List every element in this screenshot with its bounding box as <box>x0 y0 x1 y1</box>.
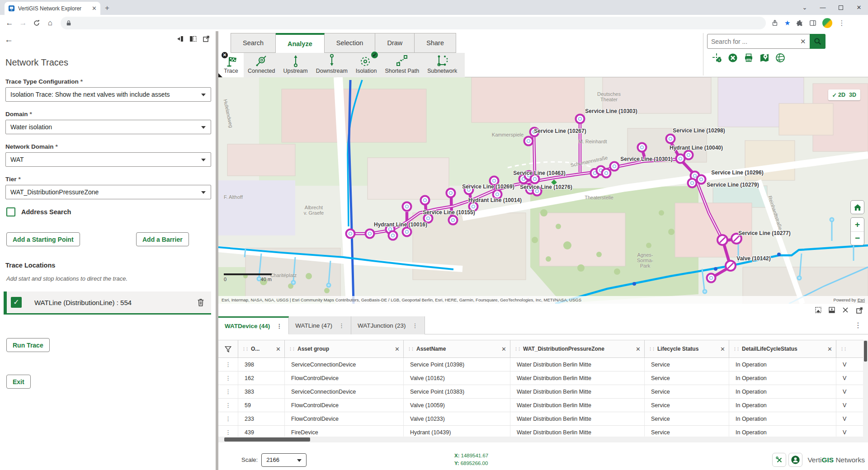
horizontal-scrollbar[interactable] <box>218 437 868 442</box>
view-2d-3d-toggle[interactable]: ✓ 2D 3D <box>828 89 860 100</box>
table-row[interactable]: ⋮439FireDeviceHydrant (10439)Water Distr… <box>218 426 868 437</box>
tab-draw[interactable]: Draw <box>375 33 415 53</box>
tab-selection[interactable]: Selection <box>325 33 376 53</box>
row-menu-icon[interactable]: ⋮ <box>218 412 238 425</box>
row-menu-icon[interactable]: ⋮ <box>218 399 238 412</box>
tier-select[interactable]: WAT_DistributionPressureZone <box>5 185 211 199</box>
bookmark-star-icon[interactable]: ★ <box>784 19 790 27</box>
browser-menu-icon[interactable]: ⋮ <box>838 19 845 27</box>
search-button[interactable] <box>810 34 826 49</box>
tool-isolation[interactable]: ✓Isolation <box>352 53 381 77</box>
tab-analyze[interactable]: Analyze <box>276 33 325 53</box>
search-input[interactable] <box>708 38 797 45</box>
tool-upstream[interactable]: Upstream <box>279 53 311 77</box>
results-tab-watjunction[interactable]: WATJunction (23)⋮ <box>351 316 425 334</box>
remove-column-icon[interactable]: ✕ <box>720 346 725 352</box>
add-barrier-button[interactable]: Add a Barrier <box>136 232 189 246</box>
item-checkbox[interactable]: ✓ <box>11 297 22 308</box>
table-row[interactable]: ⋮59FlowControlDeviceValve (10059)Water D… <box>218 399 868 412</box>
tab-close-icon[interactable]: ✕ <box>92 5 97 11</box>
maximize-button[interactable] <box>832 0 850 15</box>
map-view[interactable]: Service Line (10303)Service Line (10267)… <box>218 77 868 304</box>
column-header[interactable]: ⋮⋮WAT_DistributionPressureZone✕ <box>510 340 645 357</box>
tool-downstream[interactable]: Downstream <box>312 53 352 77</box>
column-header[interactable]: ⋮⋮DetailLifeCycleStatus✕ <box>729 340 836 357</box>
account-button[interactable] <box>788 453 802 467</box>
tab-search-icon[interactable]: ⌄ <box>796 0 814 15</box>
bookmark-icon[interactable] <box>760 53 769 63</box>
results-panel-menu-icon[interactable]: ⋮ <box>854 316 868 334</box>
table-row[interactable]: ⋮398ServiceConnectionDeviceService Point… <box>218 358 868 371</box>
search-clear-icon[interactable]: ✕ <box>797 38 810 46</box>
row-menu-icon[interactable]: ⋮ <box>218 385 238 398</box>
browser-tab[interactable]: VertiGIS Network Explorer ✕ <box>5 2 100 15</box>
tool-subnetwork[interactable]: Subnetwork <box>423 53 461 77</box>
remove-column-icon[interactable]: ✕ <box>636 346 641 352</box>
share-icon[interactable] <box>771 19 778 27</box>
filter-icon[interactable] <box>218 340 238 357</box>
remove-column-icon[interactable]: ✕ <box>501 346 506 352</box>
tab-menu-icon[interactable]: ⋮ <box>412 322 418 329</box>
tab-menu-icon[interactable]: ⋮ <box>339 322 344 329</box>
view-2d[interactable]: 2D <box>838 92 845 98</box>
tab-search[interactable]: Search <box>231 33 276 53</box>
row-menu-icon[interactable]: ⋮ <box>218 371 238 385</box>
tab-menu-icon[interactable]: ⋮ <box>276 323 282 329</box>
zoom-out-button[interactable]: − <box>851 232 864 245</box>
open-new-icon[interactable] <box>855 306 863 314</box>
remove-column-icon[interactable]: ✕ <box>827 346 832 352</box>
tools-button[interactable] <box>772 453 786 467</box>
row-menu-icon[interactable]: ⋮ <box>218 358 238 371</box>
row-menu-icon[interactable]: ⋮ <box>218 426 238 437</box>
column-header[interactable]: ⋮⋮O...✕ <box>238 340 285 357</box>
zoom-in-button[interactable]: + <box>851 218 864 232</box>
scale-select[interactable]: 2166 <box>261 453 307 467</box>
identify-icon[interactable]: i <box>712 53 722 63</box>
tab-share[interactable]: Share <box>415 33 456 53</box>
remove-column-icon[interactable]: ✕ <box>395 346 400 352</box>
vertical-scrollbar[interactable] <box>863 340 868 442</box>
table-row[interactable]: ⋮233FlowControlDeviceValve (10233)Water … <box>218 412 868 426</box>
view-3d[interactable]: 3D <box>849 92 856 98</box>
address-search-checkbox[interactable] <box>6 207 15 216</box>
new-tab-button[interactable]: + <box>105 4 109 13</box>
home-extent-button[interactable] <box>850 200 864 214</box>
drag-handle-icon[interactable]: ⋮⋮ <box>242 347 248 351</box>
home-icon[interactable]: ⌂ <box>43 19 57 28</box>
tool-connected[interactable]: Connected <box>244 53 279 77</box>
drag-handle-icon[interactable]: ⋮⋮ <box>514 347 520 351</box>
table-row[interactable]: ⋮383ServiceConnectionDeviceService Point… <box>218 385 868 399</box>
run-trace-button[interactable]: Run Trace <box>6 338 50 352</box>
tool-trace[interactable]: ✕Trace <box>218 53 244 77</box>
basemap-icon[interactable] <box>775 53 785 63</box>
domain-select[interactable]: Water isolation <box>5 120 211 134</box>
add-starting-point-button[interactable]: Add a Starting Point <box>6 232 80 246</box>
table-row[interactable]: ⋮162FlowControlDeviceValve (10162)Water … <box>218 371 868 385</box>
column-header[interactable]: ⋮⋮Asset group✕ <box>285 340 404 357</box>
drag-handle-icon[interactable]: ⋮⋮ <box>733 347 739 351</box>
delete-icon[interactable] <box>197 298 205 307</box>
results-tab-watdevice[interactable]: WATDevice (44)⋮ <box>218 316 289 334</box>
drag-handle-icon[interactable]: ⋮⋮ <box>407 347 414 351</box>
close-button[interactable]: ✕ <box>850 0 868 15</box>
print-icon[interactable] <box>744 53 754 63</box>
close-icon[interactable] <box>842 306 849 314</box>
esri-link[interactable]: Esri <box>858 297 865 302</box>
forward-icon[interactable]: → <box>16 19 30 28</box>
drag-handle-icon[interactable]: ⋮⋮ <box>288 347 295 351</box>
drag-handle-icon[interactable]: ⋮⋮ <box>648 347 655 351</box>
back-icon[interactable]: ← <box>3 19 16 28</box>
profile-avatar[interactable] <box>822 18 832 28</box>
side-panel-icon[interactable] <box>809 19 816 27</box>
extensions-icon[interactable] <box>796 19 803 27</box>
column-header[interactable]: ⋮⋮AssetName✕ <box>404 340 510 357</box>
dock-bottom-icon[interactable] <box>828 306 835 314</box>
reload-icon[interactable] <box>30 19 43 27</box>
column-header[interactable]: ⋮⋮Lifecycle Status✕ <box>645 340 729 357</box>
minimize-button[interactable]: — <box>814 0 832 15</box>
url-bar[interactable] <box>61 17 766 29</box>
results-tab-watline[interactable]: WATLine (47)⋮ <box>289 316 351 334</box>
dock-right-icon[interactable] <box>189 35 197 43</box>
tool-shortest-path[interactable]: Shortest Path <box>381 53 423 77</box>
trace-type-select[interactable]: Isolation Trace: Show the next valves wi… <box>5 87 211 102</box>
